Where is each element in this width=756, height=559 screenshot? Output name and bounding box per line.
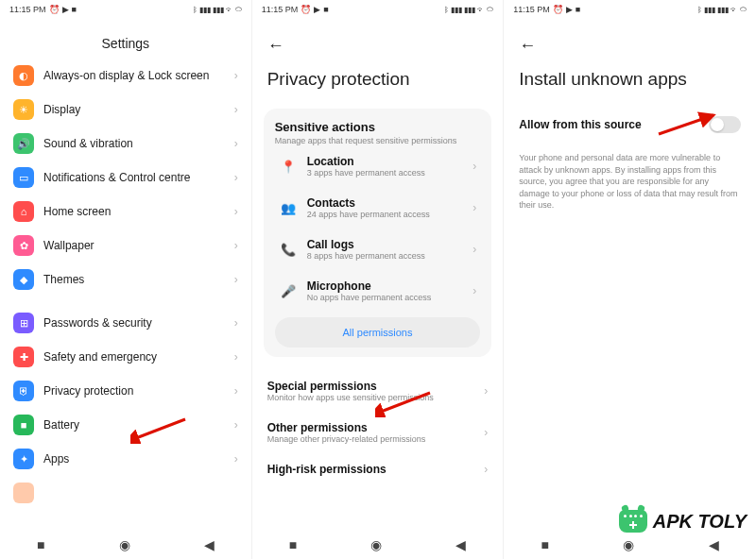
watermark: APK TOLY	[619, 510, 747, 533]
perm-sub: 3 apps have permanent access	[307, 168, 464, 178]
wallpaper-icon: ✿	[13, 235, 34, 256]
nav-back-icon[interactable]: ◀	[455, 537, 466, 552]
battery-icon: ■	[13, 415, 34, 435]
item-wallpaper[interactable]: ✿ Wallpaper ›	[8, 229, 244, 263]
chevron-right-icon: ›	[234, 103, 238, 116]
calllogs-icon: 📞	[279, 240, 298, 259]
perm-sub: 8 apps have permanent access	[307, 251, 464, 261]
item-cutoff[interactable]	[8, 476, 244, 510]
chevron-right-icon: ›	[234, 171, 238, 184]
item-label: Always-on display & Lock screen	[43, 69, 225, 82]
chevron-right-icon: ›	[484, 463, 488, 476]
perm-name: Microphone	[307, 280, 464, 293]
section-sub: Monitor how apps use sensitive permissio…	[267, 393, 485, 402]
sound-icon: 🔊	[13, 133, 34, 154]
chevron-right-icon: ›	[484, 384, 488, 398]
row-special-permissions[interactable]: Special permissions Monitor how apps use…	[267, 370, 489, 412]
chevron-right-icon: ›	[472, 160, 476, 173]
nav-home-icon[interactable]: ◉	[119, 537, 130, 552]
chevron-right-icon: ›	[234, 452, 238, 466]
signal2-icon: ▮▮▮	[213, 6, 224, 14]
item-label: Notifications & Control centre	[43, 171, 225, 184]
alarm-icon: ⏰	[49, 5, 60, 14]
nav-recent-icon[interactable]: ■	[541, 537, 549, 552]
all-permissions-button[interactable]: All permissions	[275, 317, 481, 347]
page-title: Settings	[15, 36, 236, 51]
item-label: Sound & vibration	[43, 137, 225, 150]
camera-icon: ▶	[62, 5, 69, 14]
item-apps[interactable]: ✦ Apps ›	[8, 442, 244, 476]
item-privacy[interactable]: ⛨ Privacy protection ›	[8, 374, 244, 408]
perm-sub: 24 apps have permanent access	[307, 210, 464, 219]
chevron-right-icon: ›	[234, 273, 238, 286]
item-passwords[interactable]: ⊞ Passwords & security ›	[8, 306, 244, 340]
item-themes[interactable]: ◆ Themes ›	[8, 263, 244, 296]
signal2-icon: ▮▮▮	[464, 6, 475, 14]
battery-icon: ⬭	[740, 5, 747, 14]
item-display[interactable]: ☀ Display ›	[8, 93, 244, 127]
item-aod[interactable]: ◐ Always-on display & Lock screen ›	[8, 59, 244, 93]
row-highrisk-permissions[interactable]: High-risk permissions ›	[267, 453, 489, 485]
status-time: 11:15 PM	[262, 5, 299, 14]
chevron-right-icon: ›	[234, 69, 238, 82]
page-title: Install unknown apps	[519, 69, 741, 90]
item-safety[interactable]: ✚ Safety and emergency ›	[8, 340, 244, 374]
back-button[interactable]: ←	[519, 36, 538, 56]
signal1-icon: ▮▮▮	[704, 6, 715, 14]
card-title: Sensitive actions	[275, 120, 481, 134]
back-button[interactable]: ←	[267, 36, 286, 56]
item-battery[interactable]: ■ Battery ›	[8, 408, 244, 442]
nav-back-icon[interactable]: ◀	[204, 537, 215, 552]
nav-recent-icon[interactable]: ■	[289, 537, 297, 552]
chevron-right-icon: ›	[234, 384, 238, 398]
row-other-permissions[interactable]: Other permissions Manage other privacy-r…	[267, 412, 489, 453]
wifi-icon: ᯤ	[730, 6, 738, 14]
item-label: Privacy protection	[43, 384, 225, 398]
section-sub: Manage other privacy-related permissions	[267, 434, 485, 444]
section-name: Special permissions	[267, 380, 485, 393]
perm-microphone[interactable]: 🎤 Microphone No apps have permanent acce…	[275, 270, 481, 312]
chevron-right-icon: ›	[234, 205, 238, 218]
screen-install-unknown: 11:15 PM ⏰ ▶ ■ ᛒ ▮▮▮ ▮▮▮ ᯤ ⬭ ← Install u…	[504, 0, 756, 559]
item-sound[interactable]: 🔊 Sound & vibration ›	[8, 127, 244, 161]
wifi-icon: ᯤ	[477, 6, 485, 14]
item-home[interactable]: ⌂ Home screen ›	[8, 195, 244, 229]
nav-home-icon[interactable]: ◉	[623, 537, 634, 552]
nav-back-icon[interactable]: ◀	[709, 537, 719, 552]
header: ← Privacy protection	[252, 19, 504, 97]
card-subtitle: Manage apps that request sensitive permi…	[275, 136, 481, 145]
perm-contacts[interactable]: 👥 Contacts 24 apps have permanent access…	[275, 187, 481, 229]
allow-source-row: Allow from this source	[519, 107, 741, 143]
settings-list-group1: ◐ Always-on display & Lock screen › ☀ Di…	[0, 59, 251, 296]
screen-privacy: 11:15 PM ⏰ ▶ ■ ᛒ ▮▮▮ ▮▮▮ ᯤ ⬭ ← Privacy p…	[252, 0, 505, 559]
chevron-right-icon: ›	[234, 418, 238, 432]
nav-recent-icon[interactable]: ■	[37, 537, 44, 552]
chevron-right-icon: ›	[234, 239, 238, 252]
status-bar: 11:15 PM ⏰ ▶ ■ ᛒ ▮▮▮ ▮▮▮ ᯤ ⬭	[0, 0, 251, 19]
camera-icon: ▶	[566, 5, 573, 14]
alarm-icon: ⏰	[553, 5, 563, 14]
chevron-right-icon: ›	[234, 137, 238, 150]
perm-location[interactable]: 📍 Location 3 apps have permanent access …	[275, 145, 481, 187]
safety-icon: ✚	[13, 347, 34, 367]
section-name: Other permissions	[267, 421, 485, 434]
perm-name: Call logs	[307, 238, 464, 251]
chevron-right-icon: ›	[472, 201, 476, 214]
allow-source-toggle[interactable]	[709, 116, 741, 133]
nav-home-icon[interactable]: ◉	[370, 537, 382, 552]
location-icon: 📍	[279, 157, 298, 176]
item-notifications[interactable]: ▭ Notifications & Control centre ›	[8, 161, 244, 195]
settings-list-group2: ⊞ Passwords & security › ✚ Safety and em…	[0, 306, 251, 510]
permission-sections: Special permissions Monitor how apps use…	[252, 364, 504, 491]
page-title: Privacy protection	[267, 69, 489, 90]
home-icon: ⌂	[13, 201, 34, 222]
status-time: 11:15 PM	[9, 5, 46, 14]
display-icon: ☀	[13, 99, 34, 120]
section-name: High-risk permissions	[267, 463, 485, 476]
themes-icon: ◆	[13, 269, 34, 290]
item-label: Passwords & security	[43, 316, 225, 330]
item-label: Battery	[43, 418, 225, 432]
square-icon: ■	[323, 5, 328, 14]
sensitive-actions-card: Sensitive actions Manage apps that reque…	[264, 109, 492, 357]
perm-call-logs[interactable]: 📞 Call logs 8 apps have permanent access…	[275, 229, 481, 270]
